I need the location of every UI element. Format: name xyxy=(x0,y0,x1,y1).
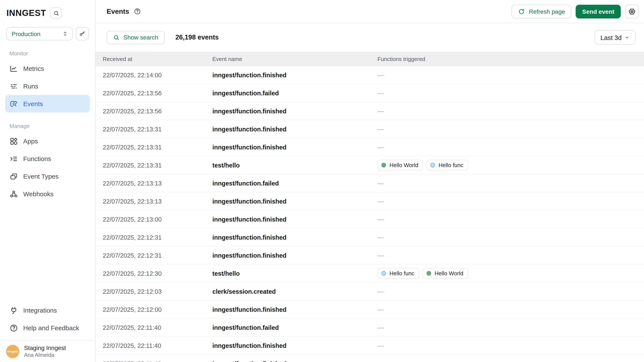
table-row[interactable]: 22/07/2025, 22:13:13 inngest/function.fa… xyxy=(96,174,644,192)
function-badge-label: Hello World xyxy=(390,162,418,168)
function-badge[interactable]: Hello func xyxy=(378,268,419,279)
table-row[interactable]: 22/07/2025, 22:12:00 inngest/function.fi… xyxy=(96,301,644,319)
row-event-name: inngest/function.finished xyxy=(212,108,378,114)
runs-icon xyxy=(10,82,18,90)
function-status-dot xyxy=(426,271,431,276)
sidebar-item-label: Integrations xyxy=(23,307,57,314)
row-event-name: inngest/function.finished xyxy=(212,144,378,151)
send-event-label: Send event xyxy=(582,8,614,15)
column-header-functions-triggered: Functions triggered xyxy=(378,56,644,62)
table-row[interactable]: 22/07/2025, 22:12:03 clerk/session.creat… xyxy=(96,283,644,301)
row-received-at: 22/07/2025, 22:13:31 xyxy=(96,144,212,151)
row-functions-triggered: — xyxy=(378,180,644,187)
row-received-at: 22/07/2025, 22:12:03 xyxy=(96,288,212,295)
column-header-event-name: Event name xyxy=(212,56,378,62)
row-functions-triggered: — xyxy=(378,234,644,241)
table-row[interactable]: 22/07/2025, 22:12:31 inngest/function.fi… xyxy=(96,246,644,265)
row-received-at: 22/07/2025, 22:14:00 xyxy=(96,71,212,78)
function-status-dot xyxy=(381,271,386,276)
table-row[interactable]: 22/07/2025, 22:11:40 inngest/function.fi… xyxy=(96,355,644,362)
avatar: inngest xyxy=(6,345,19,358)
row-event-name: test/hello xyxy=(212,270,378,277)
function-badge[interactable]: Hello World xyxy=(378,160,423,171)
row-received-at: 22/07/2025, 22:13:31 xyxy=(96,162,212,169)
function-badge[interactable]: Hello func xyxy=(426,160,468,171)
row-functions-triggered: — xyxy=(378,342,644,349)
row-received-at: 22/07/2025, 22:13:56 xyxy=(96,90,212,96)
send-event-button[interactable]: Send event xyxy=(576,4,621,18)
page-header: Events Refresh page Send event xyxy=(96,0,644,23)
sidebar-item-integrations[interactable]: Integrations xyxy=(5,301,90,319)
row-functions-triggered: — xyxy=(378,89,644,97)
sidebar-item-events[interactable]: Events xyxy=(5,95,90,113)
sidebar-item-label: Events xyxy=(23,100,43,107)
events-icon xyxy=(10,99,18,108)
function-badge-label: Hello func xyxy=(438,162,464,168)
function-badge[interactable]: Hello World xyxy=(422,268,468,279)
table-row[interactable]: 22/07/2025, 22:13:56 inngest/function.fa… xyxy=(96,84,644,102)
profile-org-name: Staging Inngest xyxy=(24,344,66,351)
sidebar-item-runs[interactable]: Runs xyxy=(5,77,90,95)
time-range-select[interactable]: Last 3d xyxy=(594,30,636,45)
sidebar-footer: Integrations Help and Feedback xyxy=(0,301,95,340)
row-received-at: 22/07/2025, 22:11:40 xyxy=(96,360,212,362)
table-row[interactable]: 22/07/2025, 22:14:00 inngest/function.fi… xyxy=(96,66,644,84)
table-body: 22/07/2025, 22:14:00 inngest/function.fi… xyxy=(96,66,644,362)
row-functions-triggered: — xyxy=(378,71,644,79)
settings-button[interactable] xyxy=(625,4,639,18)
sidebar-item-help[interactable]: Help and Feedback xyxy=(5,319,90,337)
table-row[interactable]: 22/07/2025, 22:12:30 test/hello Hello fu… xyxy=(96,265,644,283)
row-event-name: inngest/function.finished xyxy=(212,71,378,78)
sidebar-item-label: Webhooks xyxy=(23,190,54,197)
table-row[interactable]: 22/07/2025, 22:13:31 inngest/function.fi… xyxy=(96,120,644,138)
row-functions-triggered: Hello funcHello World xyxy=(378,268,644,279)
selector-chevrons-icon xyxy=(62,30,68,37)
table-row[interactable]: 22/07/2025, 22:13:13 inngest/function.fi… xyxy=(96,192,644,210)
sidebar-item-apps[interactable]: Apps xyxy=(5,132,90,150)
table-row[interactable]: 22/07/2025, 22:13:31 test/hello Hello Wo… xyxy=(96,156,644,174)
row-functions-triggered: — xyxy=(378,252,644,259)
row-received-at: 22/07/2025, 22:12:31 xyxy=(96,252,212,259)
row-event-name: inngest/function.finished xyxy=(212,342,378,349)
help-circle-icon xyxy=(10,324,18,332)
table-row[interactable]: 22/07/2025, 22:11:40 inngest/function.fa… xyxy=(96,319,644,337)
key-icon xyxy=(79,30,86,37)
sidebar-item-label: Runs xyxy=(23,82,38,90)
gear-icon xyxy=(628,7,636,15)
table-row[interactable]: 22/07/2025, 22:12:31 inngest/function.fi… xyxy=(96,228,644,246)
plug-icon xyxy=(10,306,18,315)
row-received-at: 22/07/2025, 22:12:30 xyxy=(96,270,212,277)
row-event-name: inngest/function.failed xyxy=(212,324,378,331)
events-toolbar: Show search 26,198 events Last 3d xyxy=(96,23,644,51)
environment-selector[interactable]: Production xyxy=(6,27,73,40)
event-types-icon xyxy=(10,172,18,181)
sidebar-item-functions[interactable]: Functions xyxy=(5,150,90,168)
chevron-down-icon xyxy=(624,34,630,41)
metrics-icon xyxy=(10,64,18,73)
sidebar: INNGEST Production xyxy=(0,0,96,362)
function-badge-label: Hello func xyxy=(390,270,414,277)
row-received-at: 22/07/2025, 22:13:00 xyxy=(96,216,212,223)
table-row[interactable]: 22/07/2025, 22:11:40 inngest/function.fi… xyxy=(96,337,644,355)
table-row[interactable]: 22/07/2025, 22:13:56 inngest/function.fi… xyxy=(96,102,644,120)
row-functions-triggered: — xyxy=(378,288,644,295)
table-row[interactable]: 22/07/2025, 22:13:31 inngest/function.fi… xyxy=(96,138,644,156)
time-range-label: Last 3d xyxy=(600,34,622,41)
api-keys-button[interactable] xyxy=(76,27,89,40)
profile-menu[interactable]: inngest Staging Inngest Ana Almeida xyxy=(0,340,95,362)
sidebar-item-metrics[interactable]: Metrics xyxy=(5,60,90,77)
row-functions-triggered: — xyxy=(378,324,644,331)
refresh-page-button[interactable]: Refresh page xyxy=(512,4,571,18)
sidebar-top: INNGEST Production xyxy=(0,0,95,40)
search-icon xyxy=(53,10,59,16)
sidebar-item-webhooks[interactable]: Webhooks xyxy=(5,185,90,203)
table-row[interactable]: 22/07/2025, 22:13:00 inngest/function.fi… xyxy=(96,210,644,228)
sidebar-search-button[interactable] xyxy=(50,7,62,19)
show-search-button[interactable]: Show search xyxy=(106,31,165,44)
row-event-name: inngest/function.finished xyxy=(212,306,378,313)
page-help-icon[interactable] xyxy=(134,8,141,15)
inngest-logo: INNGEST xyxy=(6,8,46,18)
row-received-at: 22/07/2025, 22:13:31 xyxy=(96,126,212,133)
sidebar-item-label: Functions xyxy=(23,155,51,162)
sidebar-item-event-types[interactable]: Event Types xyxy=(5,168,90,185)
